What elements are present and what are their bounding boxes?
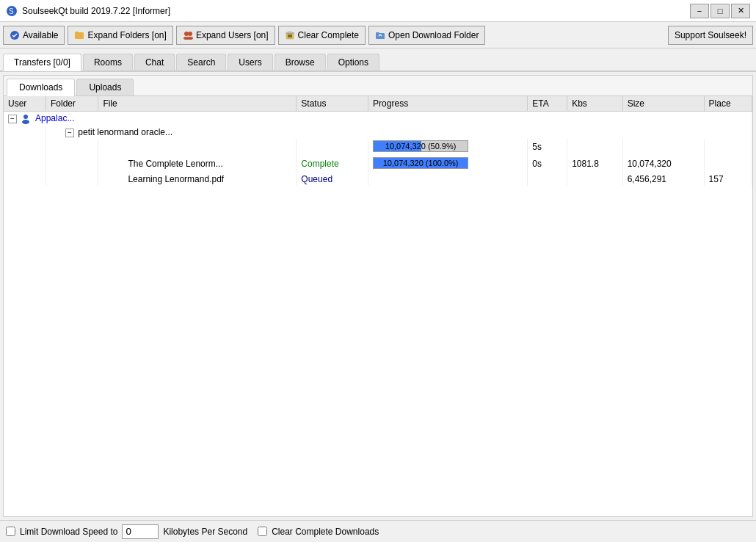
- progress-bar-1: 10,074,320 (50.9%): [373, 140, 468, 152]
- limit-speed-label: Limit Download Speed to: [20, 527, 117, 537]
- app-icon: S: [6, 5, 18, 17]
- svg-point-6: [188, 32, 192, 36]
- file-size-2: 10,074,320: [622, 156, 704, 173]
- file-status-1: [297, 139, 368, 156]
- downloads-table: User Folder File Status Progress ETA Kbs…: [4, 96, 752, 186]
- file-kbs-1: [567, 139, 622, 156]
- svg-point-17: [23, 115, 28, 119]
- file-size-1: [622, 139, 704, 156]
- table-header-row: User Folder File Status Progress ETA Kbs…: [4, 96, 752, 112]
- open-download-folder-button[interactable]: Open Download Folder: [368, 26, 485, 45]
- users-icon: [183, 30, 193, 40]
- table-row[interactable]: The Complete Lenorm... Complete 10,074,3…: [4, 156, 752, 173]
- clear-complete-downloads-label: Clear Complete Downloads: [272, 527, 379, 537]
- col-folder[interactable]: Folder: [46, 96, 98, 112]
- clear-complete-button[interactable]: Clear Complete: [278, 26, 366, 45]
- tab-transfers[interactable]: Transfers [0/0]: [3, 54, 81, 71]
- file-progress-3: [368, 173, 528, 186]
- file-name-3: Learning Lenormand.pdf: [98, 173, 297, 186]
- close-button[interactable]: ✕: [731, 4, 750, 18]
- bottom-bar: Limit Download Speed to Kilobytes Per Se…: [0, 520, 756, 542]
- folder-user-cell: [4, 126, 46, 139]
- tab-rooms[interactable]: Rooms: [83, 54, 133, 71]
- table-row[interactable]: − petit lenormand oracle...: [4, 126, 752, 139]
- available-icon: [10, 30, 20, 40]
- file-place-2: [704, 156, 752, 173]
- content-area: Downloads Uploads User Folder File Statu…: [3, 75, 753, 517]
- progress-text-2: 10,074,320 (100.0%): [374, 158, 468, 168]
- window-title: SoulseekQt build 2019.7.22 [Informer]: [22, 6, 170, 16]
- toolbar: Available Expand Folders [on] Expand Use…: [0, 22, 756, 48]
- downloads-table-container: User Folder File Status Progress ETA Kbs…: [4, 96, 752, 516]
- svg-point-8: [187, 37, 193, 40]
- tab-uploads[interactable]: Uploads: [76, 79, 134, 95]
- tab-chat[interactable]: Chat: [134, 54, 175, 71]
- expand-users-button[interactable]: Expand Users [on]: [176, 26, 275, 45]
- table-row[interactable]: − Appalac...: [4, 112, 752, 126]
- file-eta-3: [528, 173, 567, 186]
- svg-rect-16: [376, 32, 379, 34]
- expand-folders-button[interactable]: Expand Folders [on]: [68, 26, 172, 45]
- col-file[interactable]: File: [98, 96, 297, 112]
- file-status-3: Queued: [297, 173, 368, 186]
- col-user[interactable]: User: [4, 96, 46, 112]
- tree-expander-user[interactable]: −: [8, 115, 17, 123]
- clear-complete-checkbox[interactable]: [258, 527, 267, 536]
- folder-cell: − petit lenormand oracle...: [46, 126, 752, 139]
- file-eta-1: 5s: [528, 139, 567, 156]
- progress-text-1: 10,074,320 (50.9%): [374, 141, 468, 151]
- kbps-label: Kilobytes Per Second: [163, 527, 247, 537]
- file-place-1: [704, 139, 752, 156]
- svg-point-18: [22, 120, 29, 124]
- col-size[interactable]: Size: [622, 96, 704, 112]
- svg-rect-3: [75, 32, 84, 39]
- file-name-1: [98, 139, 297, 156]
- speed-input[interactable]: [122, 524, 159, 539]
- minimize-button[interactable]: −: [690, 4, 709, 18]
- svg-rect-14: [288, 32, 292, 33]
- col-status[interactable]: Status: [297, 96, 368, 112]
- user-name: Appalac...: [35, 113, 74, 123]
- tab-options[interactable]: Options: [327, 54, 379, 71]
- maximize-button[interactable]: □: [710, 4, 730, 18]
- user-icon: [21, 114, 31, 124]
- tab-users[interactable]: Users: [228, 54, 272, 71]
- col-eta[interactable]: ETA: [528, 96, 567, 112]
- clear-icon: [285, 30, 295, 40]
- col-progress[interactable]: Progress: [368, 96, 528, 112]
- sub-tabs: Downloads Uploads: [4, 76, 752, 96]
- open-folder-icon: [375, 30, 385, 40]
- svg-text:S: S: [9, 7, 14, 15]
- file-kbs-2: 1081.8: [567, 156, 622, 173]
- progress-bar-2: 10,074,320 (100.0%): [373, 157, 468, 169]
- tab-downloads[interactable]: Downloads: [7, 79, 75, 96]
- file-eta-2: 0s: [528, 156, 567, 173]
- limit-speed-checkbox[interactable]: [6, 527, 15, 536]
- file-name-2: The Complete Lenorm...: [98, 156, 297, 173]
- file-progress-2: 10,074,320 (100.0%): [368, 156, 528, 173]
- title-bar: S SoulseekQt build 2019.7.22 [Informer] …: [0, 0, 756, 22]
- tab-search[interactable]: Search: [176, 54, 226, 71]
- table-row[interactable]: 10,074,320 (50.9%) 5s: [4, 139, 752, 156]
- folder-name: petit lenormand oracle...: [78, 127, 172, 137]
- file-progress-1: 10,074,320 (50.9%): [368, 139, 528, 156]
- folder-icon: [74, 30, 84, 40]
- file-status-2: Complete: [297, 156, 368, 173]
- available-button[interactable]: Available: [3, 26, 65, 45]
- user-cell: − Appalac...: [4, 112, 752, 126]
- col-place[interactable]: Place: [704, 96, 752, 112]
- table-row[interactable]: Learning Lenormand.pdf Queued 6,456,291 …: [4, 173, 752, 186]
- window-controls: − □ ✕: [690, 4, 750, 18]
- main-nav-tabs: Transfers [0/0] Rooms Chat Search Users …: [0, 48, 756, 72]
- tab-browse[interactable]: Browse: [275, 54, 326, 71]
- svg-rect-4: [75, 32, 79, 33]
- file-place-3: 157: [704, 173, 752, 186]
- title-bar-left: S SoulseekQt build 2019.7.22 [Informer]: [6, 5, 170, 17]
- file-kbs-3: [567, 173, 622, 186]
- support-button[interactable]: Support Soulseek!: [668, 26, 753, 45]
- col-kbs[interactable]: Kbs: [567, 96, 622, 112]
- tree-expander-folder[interactable]: −: [65, 129, 74, 137]
- file-size-3: 6,456,291: [622, 173, 704, 186]
